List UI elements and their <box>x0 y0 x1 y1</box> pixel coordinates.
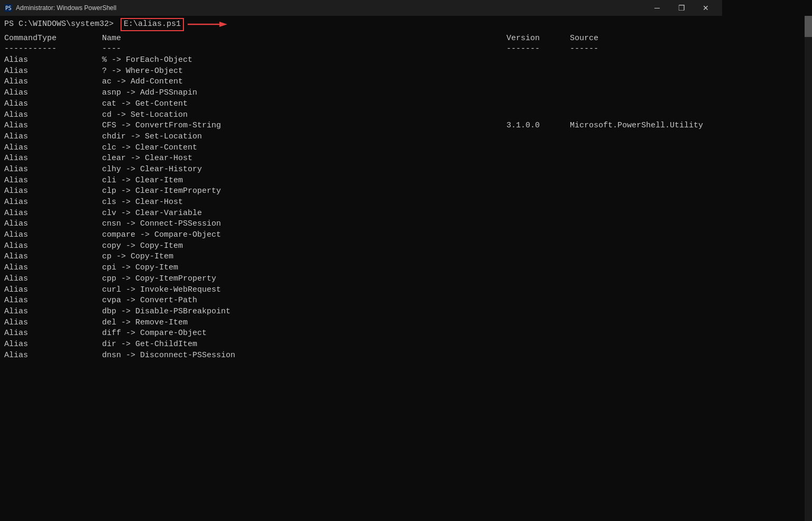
cell-name: CFS -> ConvertFrom-String <box>102 120 506 132</box>
cell-name: dir -> Get-ChildItem <box>102 339 506 350</box>
cell-commandtype: Alias <box>4 328 102 339</box>
cell-name: copy -> Copy-Item <box>102 241 506 252</box>
cell-commandtype: Alias <box>4 55 102 66</box>
table-row: Aliascpp -> Copy-ItemProperty <box>4 274 718 285</box>
cell-commandtype: Alias <box>4 99 102 110</box>
cell-commandtype: Alias <box>4 208 102 219</box>
cell-source <box>570 208 718 219</box>
table-row: Aliasasnp -> Add-PSSnapin <box>4 88 718 99</box>
table-row: Aliascopy -> Copy-Item <box>4 241 718 252</box>
cell-commandtype: Alias <box>4 318 102 329</box>
cell-source <box>570 241 718 252</box>
cell-commandtype: Alias <box>4 241 102 252</box>
cell-version <box>506 350 570 361</box>
cell-version <box>506 110 570 121</box>
cell-version <box>506 55 570 66</box>
cell-name: cd -> Set-Location <box>102 110 506 121</box>
maximize-button[interactable]: ❐ <box>669 0 694 16</box>
cell-name: curl -> Invoke-WebRequest <box>102 285 506 296</box>
cell-source <box>570 175 718 187</box>
table-row: Alias? -> Where-Object <box>4 66 718 77</box>
cell-version <box>506 66 570 77</box>
table-row: Aliascnsn -> Connect-PSSession <box>4 219 718 230</box>
cell-source <box>570 328 718 339</box>
cell-name: del -> Remove-Item <box>102 318 506 329</box>
minimize-button[interactable]: ─ <box>645 0 669 16</box>
table-row: Aliasclear -> Clear-Host <box>4 153 718 164</box>
cell-source <box>570 295 718 306</box>
cell-source <box>570 99 718 110</box>
table-row: Aliasclv -> Clear-Variable <box>4 208 718 219</box>
cell-name: dnsn -> Disconnect-PSSession <box>102 350 506 361</box>
header-name: Name <box>102 33 506 44</box>
cell-version <box>506 132 570 143</box>
table-row: Aliascvpa -> Convert-Path <box>4 295 718 306</box>
header-version: Version <box>506 33 570 44</box>
cell-source <box>570 306 718 318</box>
cell-commandtype: Alias <box>4 77 102 88</box>
cell-commandtype: Alias <box>4 285 102 296</box>
header-source: Source <box>570 33 718 44</box>
cell-source <box>570 318 718 329</box>
annotation-arrow <box>185 19 227 30</box>
cell-name: cli -> Clear-Item <box>102 175 506 187</box>
window-title: Administrator: Windows PowerShell <box>16 4 645 12</box>
cell-source <box>570 66 718 77</box>
cell-source <box>570 230 718 241</box>
cell-commandtype: Alias <box>4 175 102 187</box>
table-row: Aliascp -> Copy-Item <box>4 252 718 263</box>
cell-commandtype: Alias <box>4 230 102 241</box>
table-row: Aliascd -> Set-Location <box>4 110 718 121</box>
cell-source <box>570 285 718 296</box>
cell-source <box>570 110 718 121</box>
title-bar: PS Administrator: Windows PowerShell ─ ❐… <box>0 0 722 16</box>
cell-commandtype: Alias <box>4 143 102 154</box>
cell-version <box>506 88 570 99</box>
cell-version <box>506 143 570 154</box>
cell-source <box>570 55 718 66</box>
cell-name: cpi -> Copy-Item <box>102 263 506 274</box>
close-button[interactable]: ✕ <box>694 0 718 16</box>
cell-source <box>570 77 718 88</box>
cell-name: asnp -> Add-PSSnapin <box>102 88 506 99</box>
cell-version <box>506 77 570 88</box>
cell-commandtype: Alias <box>4 164 102 175</box>
sep-commandtype: ----------- <box>4 44 102 55</box>
cell-source <box>570 274 718 285</box>
table-row: Aliasdel -> Remove-Item <box>4 318 718 329</box>
cell-name: cnsn -> Connect-PSSession <box>102 219 506 230</box>
cell-version <box>506 197 570 208</box>
cell-version <box>506 99 570 110</box>
cell-name: cat -> Get-Content <box>102 99 506 110</box>
cell-name: chdir -> Set-Location <box>102 132 506 143</box>
cell-commandtype: Alias <box>4 197 102 208</box>
table-row: Aliasdiff -> Compare-Object <box>4 328 718 339</box>
table-row: Aliascurl -> Invoke-WebRequest <box>4 285 718 296</box>
table-row: Aliasclhy -> Clear-History <box>4 164 718 175</box>
table-row: Aliasclc -> Clear-Content <box>4 143 718 154</box>
cell-source <box>570 350 718 361</box>
table-row: Aliascli -> Clear-Item <box>4 175 718 187</box>
table-row: Aliasac -> Add-Content <box>4 77 718 88</box>
table-header: CommandType Name Version Source <box>4 33 718 44</box>
sep-version: ------- <box>506 44 570 55</box>
cell-commandtype: Alias <box>4 252 102 263</box>
svg-marker-3 <box>219 22 227 27</box>
terminal-body: PS C:\WINDOWS\system32> E:\alias.ps1 Com… <box>0 16 722 521</box>
cell-name: clp -> Clear-ItemProperty <box>102 186 506 197</box>
cell-name: clc -> Clear-Content <box>102 143 506 154</box>
cell-commandtype: Alias <box>4 110 102 121</box>
window-controls: ─ ❐ ✕ <box>645 0 718 16</box>
cell-version <box>506 252 570 263</box>
cell-version <box>506 186 570 197</box>
cell-version <box>506 219 570 230</box>
cell-name: ? -> Where-Object <box>102 66 506 77</box>
cell-version <box>506 175 570 187</box>
cell-source <box>570 263 718 274</box>
header-commandtype: CommandType <box>4 33 102 44</box>
table-row: AliasCFS -> ConvertFrom-String3.1.0.0Mic… <box>4 120 718 132</box>
cell-version: 3.1.0.0 <box>506 120 570 132</box>
cell-source <box>570 197 718 208</box>
cell-name: dbp -> Disable-PSBreakpoint <box>102 306 506 318</box>
table-row: Aliascat -> Get-Content <box>4 99 718 110</box>
